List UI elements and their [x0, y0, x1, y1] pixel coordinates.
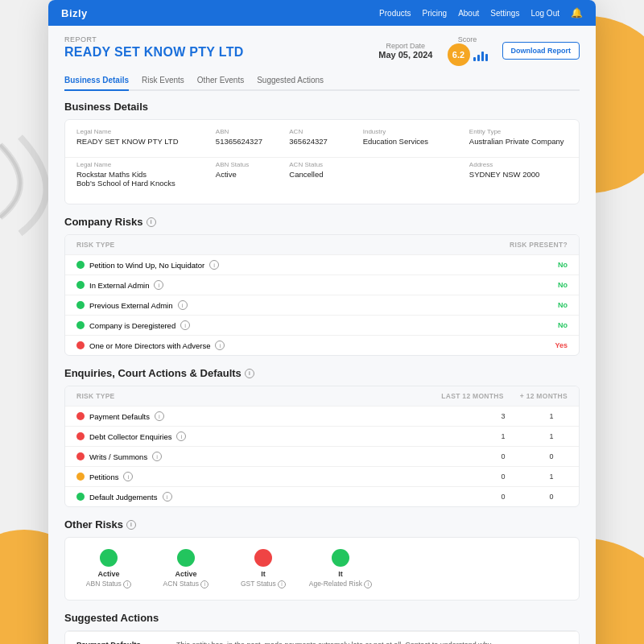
- risk-status: No: [558, 301, 568, 309]
- other-risk-status: It: [231, 570, 295, 578]
- enq-label: Debt Collector Enquiries: [89, 432, 171, 441]
- other-risks-info-icon[interactable]: i: [126, 520, 136, 530]
- acn-status-value: Cancelled: [289, 170, 354, 179]
- business-details-card: Legal Name READY SET KNOW PTY LTD ABN 51…: [64, 119, 580, 204]
- nav-pricing[interactable]: Pricing: [423, 9, 448, 18]
- enq-info-icon[interactable]: i: [163, 492, 172, 502]
- enq-header-left: Risk Type: [76, 392, 115, 400]
- suggested-actions-title: Suggested Actions: [64, 612, 580, 624]
- enq-table-row: Petitions i 0 1: [65, 466, 579, 486]
- entity-type-field: Entity Type Australian Private Company: [469, 128, 568, 146]
- enq-col2-header: + 12 Months: [520, 392, 568, 400]
- enq-label: Petitions: [89, 473, 118, 481]
- enq-info-icon[interactable]: i: [152, 452, 162, 461]
- abn-status-field: ABN Status Active: [216, 161, 281, 188]
- risk-info-icon[interactable]: i: [154, 280, 163, 290]
- risk-info-icon[interactable]: i: [215, 341, 225, 350]
- enq-col1-value: 0: [487, 493, 519, 501]
- legal-name-field: Legal Name READY SET KNOW PTY LTD: [76, 128, 208, 146]
- legal-name-value: READY SET KNOW PTY LTD: [76, 137, 208, 146]
- suggested-actions-card: Payment Defaults This entity has, in the…: [64, 630, 580, 645]
- enq-info-icon[interactable]: i: [155, 411, 164, 421]
- enquiries-section: Enquiries, Court Actions & Defaults i Ri…: [64, 367, 580, 507]
- score-circle: 6.2: [448, 43, 470, 66]
- enquiries-info-icon[interactable]: i: [245, 369, 254, 378]
- report-header: Report READY SET KNOW PTY LTD Report Dat…: [64, 35, 580, 66]
- nav-links: Products Pricing About Settings Log Out …: [379, 7, 583, 19]
- tab-other-events[interactable]: Other Events: [197, 76, 244, 91]
- enq-label: Payment Defaults: [89, 412, 150, 421]
- suggested-action-item: Payment Defaults This entity has, in the…: [65, 631, 579, 645]
- main-content: Report READY SET KNOW PTY LTD Report Dat…: [48, 26, 596, 644]
- enq-col1-value: 1: [487, 432, 519, 440]
- score-bars: [473, 48, 488, 61]
- legal-name2-field: Legal Name Rockstar Maths Kids Bob's Sch…: [76, 161, 208, 188]
- risk-status: No: [558, 281, 568, 289]
- risk-header-right: Risk Present?: [510, 241, 568, 249]
- acn-value: 365624327: [289, 137, 354, 146]
- other-risk-item: Active ACN Status i: [154, 549, 218, 588]
- biz-row-1: Legal Name READY SET KNOW PTY LTD ABN 51…: [65, 120, 579, 158]
- bell-icon[interactable]: 🔔: [571, 7, 583, 19]
- suggested-action-title: Payment Defaults: [76, 640, 165, 645]
- report-meta: Report Date May 05, 2024 Score 6.2: [378, 35, 580, 66]
- nav-products[interactable]: Products: [379, 9, 411, 18]
- nav-about[interactable]: About: [458, 9, 479, 18]
- enq-dot: [76, 452, 85, 460]
- company-risks-card: Risk Type Risk Present? Petition to Wind…: [64, 234, 580, 356]
- enq-dot: [76, 432, 85, 440]
- enq-info-icon[interactable]: i: [176, 431, 186, 441]
- bar-1: [473, 57, 476, 61]
- risk-dot: [76, 281, 85, 289]
- legal-name2-value2: Bob's School of Hard Knocks: [76, 179, 208, 188]
- acn-field: ACN 365624327: [289, 128, 354, 146]
- risk-info-icon[interactable]: i: [209, 260, 219, 270]
- risk-status: No: [558, 321, 568, 329]
- risk-table-row: One or More Directors with Adverse i Yes: [65, 335, 579, 355]
- enq-col1-value: 3: [487, 412, 519, 420]
- risk-row-left: In External Admin i: [76, 280, 163, 290]
- abn-status-value: Active: [216, 170, 281, 179]
- risk-dot: [76, 341, 85, 349]
- enq-header-right: Last 12 Months + 12 Months: [441, 392, 568, 400]
- enq-table-row: Writs / Summons i 0 0: [65, 446, 579, 466]
- other-risks-section: Other Risks i Active ABN Status i Active…: [64, 518, 580, 601]
- other-risk-status: Active: [76, 570, 141, 578]
- enq-row-values: 3 1: [487, 412, 568, 420]
- score-block: Score 6.2: [448, 35, 488, 66]
- risk-row-left: Company is Deregistered i: [76, 320, 190, 330]
- tabs-container: Business Details Risk Events Other Event…: [64, 76, 580, 91]
- enquiries-title: Enquiries, Court Actions & Defaults i: [64, 367, 580, 379]
- enq-row-values: 0 0: [487, 493, 568, 501]
- risk-dot: [76, 261, 85, 269]
- enq-row-values: 0 1: [487, 473, 568, 481]
- enq-dot: [76, 473, 85, 481]
- company-risks-info-icon[interactable]: i: [147, 217, 156, 227]
- tab-suggested-actions[interactable]: Suggested Actions: [257, 76, 324, 91]
- navbar: Bizly Products Pricing About Settings Lo…: [48, 0, 596, 26]
- risk-row-left: One or More Directors with Adverse i: [76, 341, 225, 350]
- risk-label: Petition to Wind Up, No Liquidator: [89, 261, 204, 270]
- risk-info-icon[interactable]: i: [178, 300, 188, 310]
- nav-logout[interactable]: Log Out: [530, 9, 559, 18]
- download-report-button[interactable]: Download Report: [502, 42, 580, 60]
- risk-row-left: Previous External Admin i: [76, 300, 188, 310]
- enq-info-icon[interactable]: i: [123, 472, 133, 481]
- tab-risk-events[interactable]: Risk Events: [142, 76, 184, 91]
- enq-label: Writs / Summons: [89, 452, 147, 461]
- suggested-actions-section: Suggested Actions Payment Defaults This …: [64, 612, 580, 645]
- other-risk-label: Age-Related Risk i: [308, 580, 373, 588]
- risk-table-row: Company is Deregistered i No: [65, 315, 579, 335]
- enq-col2-value: 1: [535, 412, 568, 420]
- tab-business-details[interactable]: Business Details: [64, 76, 129, 91]
- nav-settings[interactable]: Settings: [490, 9, 519, 18]
- risk-info-icon[interactable]: i: [180, 320, 190, 330]
- bar-4: [485, 54, 488, 61]
- other-risk-item: It Age-Related Risk i: [308, 549, 373, 588]
- address-field: Address SYDNEY NSW 2000: [469, 161, 568, 188]
- company-risks-title: Company Risks i: [64, 216, 580, 228]
- enq-table-row: Default Judgements i 0 0: [65, 486, 579, 506]
- abn-label: ABN: [216, 128, 281, 135]
- address-label: Address: [469, 161, 568, 168]
- enq-dot: [76, 493, 85, 501]
